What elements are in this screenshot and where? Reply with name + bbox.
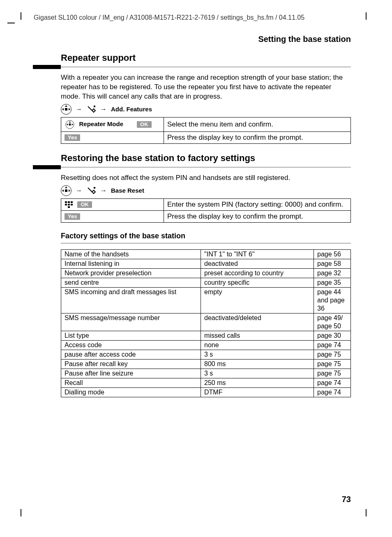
table-cell: missed calls: [201, 331, 314, 340]
nav-icon: [66, 120, 74, 129]
table-cell: send centre: [61, 278, 201, 287]
factory-settings-table: Name of the handsets"INT 1" to "INT 6"pa…: [61, 249, 351, 397]
section-rule: [33, 65, 351, 69]
table-cell: page 30: [314, 331, 351, 340]
table-cell: 3 s: [201, 350, 314, 359]
crop-mark: [366, 509, 367, 516]
table-row: Internal listening indeactivatedpage 58: [61, 259, 351, 268]
arrow-icon: →: [76, 106, 82, 113]
wrench-icon: [86, 186, 96, 195]
step-description: Press the display key to confirm the pro…: [164, 210, 351, 222]
table-row: Yes Press the display key to confirm the…: [61, 131, 351, 143]
ok-key: OK: [77, 201, 92, 208]
table-cell: 3 s: [201, 369, 314, 378]
table-cell: List type: [61, 331, 201, 340]
table-cell: SMS message/message number: [61, 313, 201, 331]
table-cell: empty: [201, 287, 314, 313]
table-row: Pause after line seizure3 spage 75: [61, 369, 351, 378]
nav-icon: [61, 185, 71, 196]
table-row: Yes Press the display key to confirm the…: [61, 210, 351, 222]
table-cell: page 32: [314, 268, 351, 278]
table-cell: page 75: [314, 350, 351, 359]
step-description: Select the menu item and confirm.: [164, 117, 351, 131]
wrench-icon: [86, 105, 96, 114]
table-cell: Network provider preselection: [61, 268, 201, 278]
crop-mark: [7, 23, 15, 23]
paragraph: With a repeater you can increase the ran…: [61, 73, 351, 101]
table-row: OK Enter the system PIN (factory setting…: [61, 198, 351, 210]
table-cell: Pause after line seizure: [61, 369, 201, 378]
table-cell: page 44 and page 36: [314, 287, 351, 313]
crop-mark: [21, 509, 21, 516]
svg-rect-4: [71, 201, 73, 203]
menu-label: Base Reset: [111, 187, 144, 194]
table-row: Network provider preselectionpreset acco…: [61, 268, 351, 278]
page-title: Setting the base station: [258, 35, 351, 44]
table-row: SMS incoming and draft messages listempt…: [61, 287, 351, 313]
table-cell: preset according to country: [201, 268, 314, 278]
table-cell: deactivated: [201, 259, 314, 268]
step-table: Repeater Mode OK Select the menu item an…: [61, 117, 351, 144]
menu-path: → → Add. Features: [61, 104, 351, 115]
table-cell: page 75: [314, 369, 351, 378]
table-row: pause after access code3 spage 75: [61, 350, 351, 359]
table-cell: Name of the handsets: [61, 249, 201, 259]
table-row: Name of the handsets"INT 1" to "INT 6"pa…: [61, 249, 351, 259]
nav-icon: [61, 104, 71, 115]
table-cell: "INT 1" to "INT 6": [201, 249, 314, 259]
page-number: 73: [342, 495, 351, 504]
table-row: send centrecountry specificpage 35: [61, 278, 351, 287]
arrow-icon: →: [100, 187, 107, 194]
section-title: Repeater support: [61, 53, 351, 63]
svg-rect-5: [65, 204, 67, 205]
table-cell: 800 ms: [201, 359, 314, 369]
table-cell: SMS incoming and draft messages list: [61, 287, 201, 313]
table-cell: page 58: [314, 259, 351, 268]
table-row: Access codenonepage 74: [61, 340, 351, 350]
step-table: OK Enter the system PIN (factory setting…: [61, 198, 351, 223]
table-cell: page 49/ page 50: [314, 313, 351, 331]
table-cell: DTMF: [201, 387, 314, 397]
keypad-icon: [65, 201, 74, 208]
table-row: Recall250 mspage 74: [61, 378, 351, 387]
yes-key: Yes: [65, 134, 80, 141]
table-cell: deactivated/deleted: [201, 313, 314, 331]
table-row: List typemissed callspage 30: [61, 331, 351, 340]
table-cell: pause after access code: [61, 350, 201, 359]
table-cell: Dialling mode: [61, 387, 201, 397]
arrow-icon: →: [100, 106, 107, 113]
table-cell: Pause after recall key: [61, 359, 201, 369]
table-cell: Internal listening in: [61, 259, 201, 268]
table-row: Repeater Mode OK Select the menu item an…: [61, 117, 351, 131]
step-description: Enter the system PIN (factory setting: 0…: [164, 198, 351, 210]
menu-label: Add. Features: [111, 106, 152, 113]
table-row: Pause after recall key800 mspage 75: [61, 359, 351, 369]
crop-mark: [366, 12, 367, 20]
document-header: Gigaset SL100 colour / IM_eng / A31008-M…: [34, 14, 351, 21]
table-cell: page 74: [314, 340, 351, 350]
menu-path: → → Base Reset: [61, 185, 351, 196]
table-cell: 250 ms: [201, 378, 314, 387]
table-row: Dialling modeDTMFpage 74: [61, 387, 351, 397]
step-description: Press the display key to confirm the pro…: [164, 131, 351, 143]
table-cell: page 74: [314, 378, 351, 387]
paragraph: Resetting does not affect the system PIN…: [61, 173, 351, 183]
svg-rect-2: [65, 201, 67, 203]
yes-key: Yes: [65, 213, 80, 220]
table-cell: Access code: [61, 340, 201, 350]
table-cell: page 35: [314, 278, 351, 287]
table-cell: page 75: [314, 359, 351, 369]
svg-rect-1: [94, 187, 95, 189]
subsection-title: Factory settings of the base station: [61, 232, 351, 240]
table-cell: page 74: [314, 387, 351, 397]
svg-rect-0: [94, 106, 95, 107]
svg-rect-7: [71, 204, 73, 205]
svg-rect-6: [68, 204, 70, 205]
menu-item-label: Repeater Mode: [79, 120, 123, 127]
ok-key: OK: [137, 121, 152, 128]
section-rule: [33, 165, 351, 169]
table-row: SMS message/message numberdeactivated/de…: [61, 313, 351, 331]
table-cell: country specific: [201, 278, 314, 287]
section-title: Restoring the base station to factory se…: [61, 153, 351, 164]
crop-mark: [21, 12, 21, 20]
